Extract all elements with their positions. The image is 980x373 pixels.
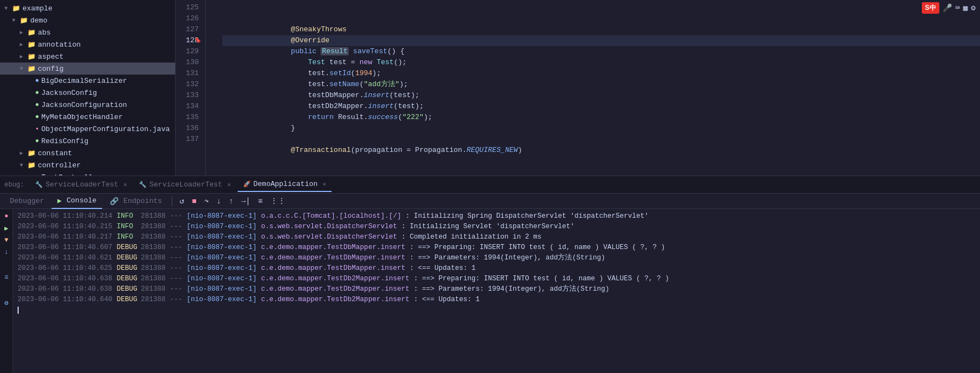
code-lines[interactable]: @SneakyThrows @Override public Result sa… [214,0,980,176]
folder-icon: 📁 [27,41,36,49]
log-line-8: 2023-06-06 11:10:40.638 DEBUG 281388 ---… [18,284,976,295]
code-line-125 [222,2,980,13]
sidebar-item-aspect[interactable]: ▶ 📁 aspect [0,50,175,63]
log-line-9: 2023-06-06 11:10:40.640 DEBUG 281388 ---… [18,295,976,305]
endpoints-tab[interactable]: 🔗Endpoints [104,194,167,209]
restart-icon[interactable]: ↺ [177,195,187,207]
sidebar-item-JacksonConfiguration[interactable]: ● JacksonConfiguration [0,99,175,111]
code-line-137: @Transactional(propagation = Propagation… [222,134,980,145]
tab-close[interactable]: ✕ [124,181,127,188]
warning-icon[interactable]: ▼ [2,235,12,245]
top-section: ▼ 📁 example ▼ 📁 demo ▶ 📁 abs ▶ 📁 annota [0,0,980,176]
sidebar-item-label: abs [38,29,51,37]
debugger-tab[interactable]: Debugger [4,194,49,209]
console-icon: ▶ [57,196,61,205]
sidebar-item-label: BigDecimalSerializer [41,77,127,85]
class-icon: ● [35,89,39,97]
sidebar-item-label: JacksonConfiguration [41,101,127,109]
line-num-130: 130 [176,57,199,68]
sidebar-item-JacksonConfig[interactable]: ● JacksonConfig [0,87,175,99]
evaluate-icon[interactable]: ≡ [255,196,265,207]
debug-session-tab-2[interactable]: 🔧 ServiceLoaderTest ✕ [133,178,236,192]
tree-arrow: ▼ [20,66,27,72]
tree-arrow: ▶ [20,29,27,36]
sidebar-item-label: annotation [38,41,81,49]
run-icon[interactable]: ▶ [2,223,12,233]
debug-session-tab-3[interactable]: 🚀 DemoApplication ✕ [238,178,332,192]
code-content: 125 126 127 128 🔖 129 130 131 132 133 13… [176,0,980,176]
folder-icon: 📁 [27,161,36,169]
console-tab[interactable]: ▶Console [52,194,102,209]
line-num-134: 134 [176,101,199,112]
tab-icon: 🚀 [243,180,251,188]
sidebar-item-label: controller [38,161,81,169]
toolbar-separator [172,196,172,206]
step-out-icon[interactable]: ↑ [226,196,236,207]
log-cursor-line [18,305,976,315]
line-num-126: 126 [176,13,199,24]
console-output[interactable]: 2023-06-06 11:10:40.214 INFO 281388 --- … [13,209,980,373]
sidebar-item-MyMetaObjectHandler[interactable]: ● MyMetaObjectHandler [0,111,175,123]
keyboard-icon[interactable]: ⌨ [955,3,960,13]
sogou-badge[interactable]: S中 [922,2,939,14]
debug-session-tabs: ebug: 🔧 ServiceLoaderTest ✕ 🔧 ServiceLoa… [0,176,980,194]
error-icon[interactable]: ● [2,211,12,221]
line-num-125: 125 [176,2,199,13]
line-num-132: 132 [176,79,199,90]
down-icon[interactable]: ↓ [2,247,12,257]
tab-close[interactable]: ✕ [227,181,231,188]
sidebar-item-label: RedisConfig [41,137,88,145]
log-line-4: 2023-06-06 11:10:40.607 DEBUG 281388 ---… [18,242,976,253]
list-icon[interactable]: ≡ [2,273,12,282]
sidebar-item-demo[interactable]: ▼ 📁 demo [0,14,175,26]
sidebar-item-controller[interactable]: ▼ 📁 controller [0,159,175,171]
sidebar-item-example[interactable]: ▼ 📁 example [0,2,175,14]
tab-icon: 🔧 [35,181,43,188]
folder-icon: 📁 [27,149,36,157]
tab-label: DemoApplication [254,180,318,188]
settings-panel-icon[interactable]: ⚙ [2,298,12,308]
sidebar-item-label: MyMetaObjectHandler [41,113,122,121]
step-into-icon[interactable]: ↓ [214,196,223,207]
sidebar-item-config[interactable]: ▼ 📁 config [0,63,175,75]
step-over-icon[interactable]: ↷ [201,195,211,207]
sidebar-item-BigDecimalSerializer[interactable]: ● BigDecimalSerializer [0,75,175,87]
debug-session-tab-1[interactable]: 🔧 ServiceLoaderTest ✕ [30,178,132,192]
log-line-1: 2023-06-06 11:10:40.214 INFO 281388 --- … [18,211,976,222]
line-num-136: 136 [176,123,199,134]
line-num-127: 127 [176,24,199,35]
line-num-135: 135 [176,112,199,123]
log-line-6: 2023-06-06 11:10:40.625 DEBUG 281388 ---… [18,263,976,274]
top-right-toolbar: S中 🎤 ⌨ ▦ ⚙ [922,2,976,14]
tab-close[interactable]: ✕ [323,180,327,188]
sidebar-item-constant[interactable]: ▶ 📁 constant [0,147,175,159]
sidebar-item-label: demo [30,16,47,25]
sidebar-item-TestController[interactable]: ● TestController [0,171,175,176]
line-numbers: 125 126 127 128 🔖 129 130 131 132 133 13… [176,0,206,176]
folder-icon: 📁 [27,29,36,37]
class-icon: ● [35,101,39,109]
sidebar-item-label: ObjectMapperConfiguration.java [41,125,170,133]
line-num-129: 129 [176,46,199,57]
folder-icon: 📁 [20,16,28,25]
stop-icon[interactable]: ■ [189,196,199,207]
log-line-7: 2023-06-06 11:10:40.638 DEBUG 281388 ---… [18,274,976,284]
sidebar-item-ObjectMapperConfiguration[interactable]: ▪ ObjectMapperConfiguration.java [0,123,175,135]
sidebar-item-abs[interactable]: ▶ 📁 abs [0,26,175,38]
sidebar-item-annotation[interactable]: ▶ 📁 annotation [0,38,175,50]
log-line-3: 2023-06-06 11:10:40.217 INFO 281388 --- … [18,232,976,242]
folder-icon: 📁 [12,4,20,13]
tree-arrow: ▼ [20,162,27,168]
tree-arrow: ▶ [20,41,27,48]
sidebar-item-RedisConfig[interactable]: ● RedisConfig [0,135,175,147]
grid-icon[interactable]: ▦ [963,3,967,13]
endpoints-icon: 🔗 [110,197,119,206]
line-num-131: 131 [176,68,199,79]
mic-icon[interactable]: 🎤 [943,3,952,13]
run-to-cursor-icon[interactable]: →| [238,196,253,207]
frames-icon[interactable]: ⋮⋮ [267,195,288,207]
sidebar-item-label: constant [38,149,72,157]
debug-toolbar: Debugger ▶Console 🔗Endpoints ↺ ■ ↷ ↓ ↑ →… [0,194,980,209]
settings-icon[interactable]: ⚙ [971,3,976,13]
sidebar-item-label: config [38,65,64,73]
